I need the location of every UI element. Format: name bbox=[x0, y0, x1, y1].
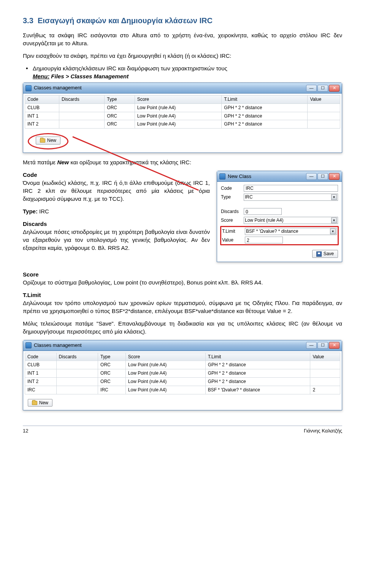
tlimit-text: Δηλώνουμε τον τρόπο υπολογισμού των χρον… bbox=[23, 300, 342, 314]
type-value: IRC bbox=[245, 194, 253, 200]
table-row[interactable]: INT 1ORCLow Point (rule A4)GPH * 2 * dis… bbox=[25, 112, 340, 120]
bullet-text: Δημιουργία κλάσης/κλάσεων IRC και διαμόρ… bbox=[33, 65, 227, 72]
cell-discards bbox=[56, 361, 98, 369]
cell-tlimit: GPH * 2 * distance bbox=[222, 112, 308, 120]
window-title: Classes management bbox=[34, 84, 82, 91]
page-footer: 12 Γιάννης Καλατζής bbox=[23, 426, 342, 442]
classes-management-window-2: Classes management — ☐ ✕ Code Discards T… bbox=[23, 340, 342, 410]
cell-code: INT 1 bbox=[25, 369, 57, 378]
window-titlebar: Classes management — ☐ ✕ bbox=[23, 83, 342, 94]
table-row[interactable]: INT 2ORCLow Point (rule A4)GPH * 2 * dis… bbox=[25, 377, 340, 386]
folder-icon bbox=[32, 401, 37, 405]
col-value[interactable]: Value bbox=[308, 95, 340, 104]
cell-value bbox=[310, 377, 340, 386]
cell-tlimit: BSF * 'Ωvalue? * distance bbox=[205, 386, 310, 394]
chevron-down-icon: ▼ bbox=[331, 194, 337, 200]
table-row[interactable]: CLUBORCLow Point (rule A4)GPH * 2 * dist… bbox=[25, 361, 340, 369]
save-button[interactable]: Save bbox=[312, 250, 338, 258]
col-tlimit[interactable]: T.Limit bbox=[222, 95, 308, 104]
score-select[interactable]: Low Point (rule A4) ▼ bbox=[244, 217, 338, 224]
classes-table: Code Discards Type Score T.Limit Value C… bbox=[25, 95, 340, 129]
window-titlebar: Classes management — ☐ ✕ bbox=[23, 340, 342, 351]
minimize-button[interactable]: — bbox=[306, 342, 317, 349]
type-select[interactable]: IRC ▼ bbox=[244, 194, 338, 201]
table-row[interactable]: INT 1ORCLow Point (rule A4)GPH * 2 * dis… bbox=[25, 369, 340, 378]
bullet-item: Δημιουργία κλάσης/κλάσεων IRC και διαμόρ… bbox=[33, 64, 342, 80]
new-class-title: New Class bbox=[228, 173, 251, 180]
col-discards[interactable]: Discards bbox=[56, 353, 98, 361]
save-icon bbox=[316, 251, 322, 257]
menu-label: Menu: bbox=[33, 73, 49, 79]
minimize-button[interactable]: — bbox=[306, 173, 317, 180]
discards-input[interactable]: 0 bbox=[244, 208, 282, 215]
tlimit-select[interactable]: BSF * 'Ωvalue? * distance ▼ bbox=[245, 228, 337, 235]
classes-management-window: Classes management — ☐ ✕ Code Discards T… bbox=[23, 83, 342, 153]
label-tlimit: T.Limit bbox=[222, 228, 245, 235]
cell-score: Low Point (rule A4) bbox=[125, 369, 205, 378]
save-label: Save bbox=[324, 251, 334, 257]
label-discards: Discards bbox=[221, 208, 244, 215]
cell-value: 2 bbox=[310, 386, 340, 394]
cell-type: ORC bbox=[105, 120, 135, 129]
table-row[interactable]: IRCIRCLow Point (rule A4)BSF * 'Ωvalue? … bbox=[25, 386, 340, 394]
maximize-button[interactable]: ☐ bbox=[317, 85, 328, 92]
close-button[interactable]: ✕ bbox=[329, 342, 340, 349]
cell-code: INT 1 bbox=[25, 112, 59, 120]
type-text: IRC bbox=[39, 208, 49, 215]
paragraph-2: Πριν εισαχθούν τα σκάφη, πρέπει να έχει … bbox=[23, 52, 342, 60]
cell-value bbox=[308, 112, 340, 120]
maximize-button[interactable]: ☐ bbox=[317, 173, 328, 180]
section-title: Εισαγωγή σκαφών και Δημιουργία κλάσεων I… bbox=[38, 16, 213, 25]
cell-code: IRC bbox=[25, 386, 57, 394]
table-row[interactable]: CLUBORCLow Point (rule A4)GPH * 2 * dist… bbox=[25, 103, 340, 112]
window-icon bbox=[25, 342, 32, 348]
cell-code: CLUB bbox=[25, 103, 59, 112]
label-value: Value bbox=[222, 237, 245, 243]
score-value: Low Point (rule A4) bbox=[245, 217, 283, 224]
cell-score: Low Point (rule A4) bbox=[125, 377, 205, 386]
col-type[interactable]: Type bbox=[105, 95, 135, 104]
col-score[interactable]: Score bbox=[135, 95, 222, 104]
value-input[interactable]: 2 bbox=[245, 237, 283, 243]
folder-icon bbox=[40, 138, 45, 143]
col-tlimit[interactable]: T.Limit bbox=[205, 353, 310, 361]
col-score[interactable]: Score bbox=[125, 353, 205, 361]
discards-text: Δηλώνουμε πόσες ιστιοδρομίες με τη χειρό… bbox=[23, 229, 210, 251]
cell-code: INT 2 bbox=[25, 120, 59, 129]
new-button-2[interactable]: New bbox=[28, 399, 52, 407]
table-row[interactable]: INT 2ORCLow Point (rule A4)GPH * 2 * dis… bbox=[25, 120, 340, 129]
code-input[interactable] bbox=[244, 185, 338, 192]
menu-path: Files > Classes Management bbox=[51, 73, 129, 79]
paragraph-1: Συνήθως τα σκάφη IRC εισάγονται στο Altu… bbox=[23, 31, 342, 47]
new-ref: New bbox=[57, 159, 69, 165]
new-button[interactable]: New bbox=[36, 137, 60, 145]
cell-value bbox=[308, 120, 340, 129]
window-icon bbox=[219, 173, 225, 180]
col-value[interactable]: Value bbox=[310, 353, 340, 361]
maximize-button[interactable]: ☐ bbox=[317, 342, 328, 349]
score-text: Ορίζουμε το σύστημα βαθμολογίας, Low poi… bbox=[23, 279, 263, 286]
label-type: Type bbox=[221, 194, 244, 200]
minimize-button[interactable]: — bbox=[306, 85, 317, 92]
col-type[interactable]: Type bbox=[98, 353, 126, 361]
close-button[interactable]: ✕ bbox=[329, 173, 340, 180]
cell-tlimit: GPH * 2 * distance bbox=[205, 369, 310, 378]
new-button-label: New bbox=[47, 137, 56, 144]
close-button[interactable]: ✕ bbox=[329, 85, 340, 92]
window-icon bbox=[25, 85, 32, 91]
cell-discards bbox=[56, 369, 98, 378]
classes-table-2: Code Discards Type Score T.Limit Value C… bbox=[25, 353, 340, 394]
cell-code: CLUB bbox=[25, 361, 57, 369]
cell-type: ORC bbox=[98, 369, 126, 378]
new-class-titlebar: New Class — ☐ ✕ bbox=[217, 171, 342, 182]
type-heading: Type: bbox=[23, 208, 38, 215]
col-discards[interactable]: Discards bbox=[59, 95, 105, 104]
cell-code: INT 2 bbox=[25, 377, 57, 386]
cell-discards bbox=[59, 120, 105, 129]
page-number: 12 bbox=[23, 427, 28, 434]
cell-tlimit: GPH * 2 * distance bbox=[205, 377, 310, 386]
col-code[interactable]: Code bbox=[25, 95, 59, 104]
section-heading: 3.3 Εισαγωγή σκαφών και Δημιουργία κλάσε… bbox=[23, 15, 342, 26]
col-code[interactable]: Code bbox=[25, 353, 57, 361]
discards-heading: Discards bbox=[23, 221, 47, 227]
